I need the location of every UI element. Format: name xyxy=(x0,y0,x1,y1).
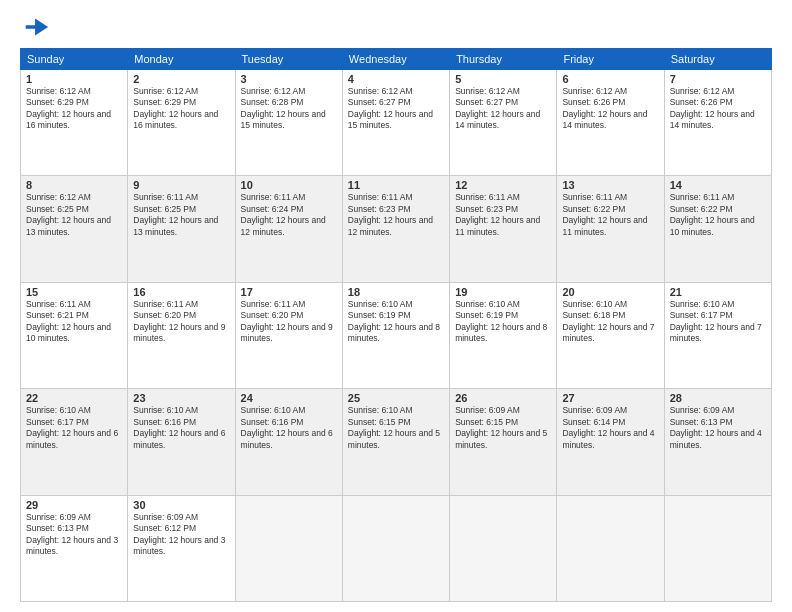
calendar-cell: 18Sunrise: 6:10 AM Sunset: 6:19 PM Dayli… xyxy=(342,282,449,388)
day-number: 17 xyxy=(241,286,337,298)
calendar-cell: 6Sunrise: 6:12 AM Sunset: 6:26 PM Daylig… xyxy=(557,70,664,176)
calendar-cell: 24Sunrise: 6:10 AM Sunset: 6:16 PM Dayli… xyxy=(235,389,342,495)
day-info: Sunrise: 6:09 AM Sunset: 6:13 PM Dayligh… xyxy=(670,405,766,451)
day-number: 4 xyxy=(348,73,444,85)
day-number: 20 xyxy=(562,286,658,298)
calendar-cell: 8Sunrise: 6:12 AM Sunset: 6:25 PM Daylig… xyxy=(21,176,128,282)
day-info: Sunrise: 6:10 AM Sunset: 6:16 PM Dayligh… xyxy=(241,405,337,451)
day-number: 10 xyxy=(241,179,337,191)
calendar-cell: 19Sunrise: 6:10 AM Sunset: 6:19 PM Dayli… xyxy=(450,282,557,388)
day-number: 2 xyxy=(133,73,229,85)
calendar-week-row: 8Sunrise: 6:12 AM Sunset: 6:25 PM Daylig… xyxy=(21,176,772,282)
header xyxy=(20,16,772,38)
day-number: 19 xyxy=(455,286,551,298)
day-info: Sunrise: 6:10 AM Sunset: 6:19 PM Dayligh… xyxy=(348,299,444,345)
day-info: Sunrise: 6:09 AM Sunset: 6:15 PM Dayligh… xyxy=(455,405,551,451)
calendar-cell: 27Sunrise: 6:09 AM Sunset: 6:14 PM Dayli… xyxy=(557,389,664,495)
calendar-cell: 29Sunrise: 6:09 AM Sunset: 6:13 PM Dayli… xyxy=(21,495,128,601)
day-info: Sunrise: 6:10 AM Sunset: 6:15 PM Dayligh… xyxy=(348,405,444,451)
calendar-week-row: 15Sunrise: 6:11 AM Sunset: 6:21 PM Dayli… xyxy=(21,282,772,388)
day-number: 3 xyxy=(241,73,337,85)
day-number: 5 xyxy=(455,73,551,85)
day-number: 13 xyxy=(562,179,658,191)
calendar-table: SundayMondayTuesdayWednesdayThursdayFrid… xyxy=(20,48,772,602)
calendar-cell xyxy=(235,495,342,601)
day-number: 22 xyxy=(26,392,122,404)
calendar-header-monday: Monday xyxy=(128,49,235,70)
day-info: Sunrise: 6:12 AM Sunset: 6:28 PM Dayligh… xyxy=(241,86,337,132)
calendar-cell: 20Sunrise: 6:10 AM Sunset: 6:18 PM Dayli… xyxy=(557,282,664,388)
calendar-header-tuesday: Tuesday xyxy=(235,49,342,70)
day-info: Sunrise: 6:09 AM Sunset: 6:14 PM Dayligh… xyxy=(562,405,658,451)
day-info: Sunrise: 6:10 AM Sunset: 6:16 PM Dayligh… xyxy=(133,405,229,451)
day-number: 14 xyxy=(670,179,766,191)
calendar-cell: 21Sunrise: 6:10 AM Sunset: 6:17 PM Dayli… xyxy=(664,282,771,388)
calendar-cell xyxy=(450,495,557,601)
logo-icon xyxy=(22,16,50,38)
calendar-cell: 9Sunrise: 6:11 AM Sunset: 6:25 PM Daylig… xyxy=(128,176,235,282)
day-info: Sunrise: 6:11 AM Sunset: 6:23 PM Dayligh… xyxy=(455,192,551,238)
calendar-cell: 3Sunrise: 6:12 AM Sunset: 6:28 PM Daylig… xyxy=(235,70,342,176)
day-number: 26 xyxy=(455,392,551,404)
calendar-cell: 13Sunrise: 6:11 AM Sunset: 6:22 PM Dayli… xyxy=(557,176,664,282)
day-number: 24 xyxy=(241,392,337,404)
calendar-cell: 5Sunrise: 6:12 AM Sunset: 6:27 PM Daylig… xyxy=(450,70,557,176)
day-number: 7 xyxy=(670,73,766,85)
day-info: Sunrise: 6:11 AM Sunset: 6:21 PM Dayligh… xyxy=(26,299,122,345)
day-number: 30 xyxy=(133,499,229,511)
day-info: Sunrise: 6:10 AM Sunset: 6:18 PM Dayligh… xyxy=(562,299,658,345)
calendar-cell: 2Sunrise: 6:12 AM Sunset: 6:29 PM Daylig… xyxy=(128,70,235,176)
day-info: Sunrise: 6:10 AM Sunset: 6:17 PM Dayligh… xyxy=(26,405,122,451)
day-info: Sunrise: 6:09 AM Sunset: 6:13 PM Dayligh… xyxy=(26,512,122,558)
day-number: 21 xyxy=(670,286,766,298)
day-info: Sunrise: 6:10 AM Sunset: 6:17 PM Dayligh… xyxy=(670,299,766,345)
calendar-body: 1Sunrise: 6:12 AM Sunset: 6:29 PM Daylig… xyxy=(21,70,772,602)
calendar-cell xyxy=(557,495,664,601)
page: SundayMondayTuesdayWednesdayThursdayFrid… xyxy=(0,0,792,612)
day-number: 25 xyxy=(348,392,444,404)
calendar-week-row: 1Sunrise: 6:12 AM Sunset: 6:29 PM Daylig… xyxy=(21,70,772,176)
day-info: Sunrise: 6:12 AM Sunset: 6:25 PM Dayligh… xyxy=(26,192,122,238)
calendar-cell: 14Sunrise: 6:11 AM Sunset: 6:22 PM Dayli… xyxy=(664,176,771,282)
calendar-cell: 16Sunrise: 6:11 AM Sunset: 6:20 PM Dayli… xyxy=(128,282,235,388)
calendar-header-thursday: Thursday xyxy=(450,49,557,70)
day-info: Sunrise: 6:11 AM Sunset: 6:20 PM Dayligh… xyxy=(133,299,229,345)
day-number: 1 xyxy=(26,73,122,85)
day-number: 18 xyxy=(348,286,444,298)
calendar-cell xyxy=(664,495,771,601)
calendar-week-row: 22Sunrise: 6:10 AM Sunset: 6:17 PM Dayli… xyxy=(21,389,772,495)
calendar-cell: 4Sunrise: 6:12 AM Sunset: 6:27 PM Daylig… xyxy=(342,70,449,176)
day-number: 23 xyxy=(133,392,229,404)
day-number: 16 xyxy=(133,286,229,298)
day-number: 27 xyxy=(562,392,658,404)
calendar-cell: 25Sunrise: 6:10 AM Sunset: 6:15 PM Dayli… xyxy=(342,389,449,495)
calendar-cell: 11Sunrise: 6:11 AM Sunset: 6:23 PM Dayli… xyxy=(342,176,449,282)
calendar-cell: 12Sunrise: 6:11 AM Sunset: 6:23 PM Dayli… xyxy=(450,176,557,282)
day-info: Sunrise: 6:12 AM Sunset: 6:29 PM Dayligh… xyxy=(133,86,229,132)
calendar-cell: 26Sunrise: 6:09 AM Sunset: 6:15 PM Dayli… xyxy=(450,389,557,495)
day-number: 28 xyxy=(670,392,766,404)
day-number: 11 xyxy=(348,179,444,191)
calendar-cell: 7Sunrise: 6:12 AM Sunset: 6:26 PM Daylig… xyxy=(664,70,771,176)
calendar-cell xyxy=(342,495,449,601)
day-number: 9 xyxy=(133,179,229,191)
calendar-header-sunday: Sunday xyxy=(21,49,128,70)
day-info: Sunrise: 6:11 AM Sunset: 6:24 PM Dayligh… xyxy=(241,192,337,238)
day-info: Sunrise: 6:12 AM Sunset: 6:29 PM Dayligh… xyxy=(26,86,122,132)
calendar-cell: 23Sunrise: 6:10 AM Sunset: 6:16 PM Dayli… xyxy=(128,389,235,495)
day-info: Sunrise: 6:11 AM Sunset: 6:22 PM Dayligh… xyxy=(562,192,658,238)
day-info: Sunrise: 6:10 AM Sunset: 6:19 PM Dayligh… xyxy=(455,299,551,345)
day-info: Sunrise: 6:11 AM Sunset: 6:25 PM Dayligh… xyxy=(133,192,229,238)
day-number: 8 xyxy=(26,179,122,191)
calendar-header-wednesday: Wednesday xyxy=(342,49,449,70)
logo xyxy=(20,16,50,38)
calendar-week-row: 29Sunrise: 6:09 AM Sunset: 6:13 PM Dayli… xyxy=(21,495,772,601)
day-info: Sunrise: 6:12 AM Sunset: 6:27 PM Dayligh… xyxy=(348,86,444,132)
calendar-header-friday: Friday xyxy=(557,49,664,70)
calendar-cell: 10Sunrise: 6:11 AM Sunset: 6:24 PM Dayli… xyxy=(235,176,342,282)
calendar-header-saturday: Saturday xyxy=(664,49,771,70)
day-number: 12 xyxy=(455,179,551,191)
logo-text xyxy=(20,16,50,38)
day-info: Sunrise: 6:11 AM Sunset: 6:20 PM Dayligh… xyxy=(241,299,337,345)
calendar-cell: 17Sunrise: 6:11 AM Sunset: 6:20 PM Dayli… xyxy=(235,282,342,388)
